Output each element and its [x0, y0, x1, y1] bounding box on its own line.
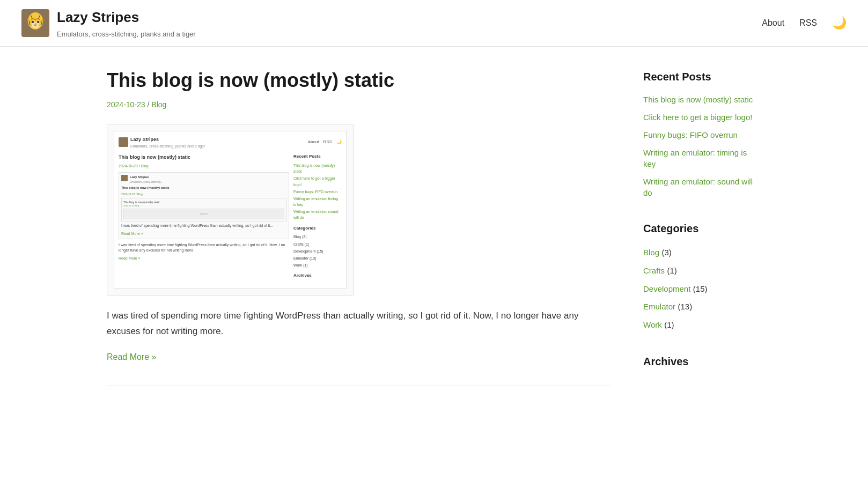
ss-logo-box — [119, 137, 128, 147]
post-category-link[interactable]: Blog — [151, 100, 166, 109]
about-nav-link[interactable]: About — [762, 16, 784, 30]
ss-site-tagline: Emulators, cross-stitching, planks and a… — [130, 143, 205, 149]
ss-categories: Categories Blog (3) Crafts (1) Developme… — [293, 225, 342, 269]
cat-link-crafts[interactable]: Crafts — [643, 266, 665, 275]
archives-heading: Archives — [643, 353, 761, 370]
cat-count-crafts: (1) — [667, 266, 676, 275]
ss-main-col: This blog is now (mostly) static 2024-10… — [119, 153, 289, 284]
ss-archives: Archives — [293, 272, 342, 279]
cat-item-crafts: Crafts (1) — [643, 264, 761, 278]
ss-cat-5: Work (1) — [293, 262, 342, 268]
svg-point-3 — [32, 21, 34, 23]
cat-item-blog: Blog (3) — [643, 246, 761, 260]
ss-cat-1: Blog (3) — [293, 234, 342, 240]
site-title-group: Lazy Stripes Emulators, cross-stitching,… — [57, 6, 196, 40]
ss-sidebar-link-3: Funny bugs: FIFO overrun — [293, 189, 342, 195]
ss-recent-posts: Recent Posts This blog is now (mostly) s… — [293, 153, 342, 220]
post-date: 2024-10-23 — [107, 100, 145, 109]
recent-posts-heading: Recent Posts — [643, 68, 761, 85]
recent-post-5[interactable]: Writing an emulator: sound will do — [643, 176, 761, 198]
cat-count-development: (15) — [693, 284, 708, 293]
ss-body-text: I was tired of spending more time fighti… — [119, 242, 289, 253]
ss-post-meta: 2024-10-23 / Blog — [119, 163, 289, 169]
ss-post-title: This blog is now (mostly) static — [119, 153, 289, 161]
ss-body: This blog is now (mostly) static 2024-10… — [119, 153, 342, 284]
cat-link-emulator[interactable]: Emulator — [643, 302, 675, 311]
site-tagline: Emulators, cross-stitching, planks and a… — [57, 29, 196, 40]
cat-count-work: (1) — [664, 320, 674, 329]
ss-sidebar-link-1: This blog is now (mostly) static — [293, 162, 342, 174]
svg-point-5 — [34, 24, 36, 25]
rss-nav-link[interactable]: RSS — [799, 16, 817, 30]
ss-about: About — [308, 139, 319, 146]
ss-darkmode: 🌙 — [336, 139, 342, 146]
main-content: This blog is now (mostly) static 2024-10… — [107, 68, 611, 407]
ss-nested-readmore: Read More » — [121, 231, 286, 236]
cat-link-development[interactable]: Development — [643, 284, 690, 293]
ss-cat-title: Categories — [293, 225, 342, 232]
sidebar: Recent Posts This blog is now (mostly) s… — [643, 68, 761, 407]
post-meta: 2024-10-23 / Blog — [107, 99, 611, 110]
post-article: This blog is now (mostly) static 2024-10… — [107, 68, 611, 386]
cat-item-work: Work (1) — [643, 318, 761, 332]
sidebar-categories: Categories Blog (3) Crafts (1) Developme… — [643, 220, 761, 331]
ss-sidebar: Recent Posts This blog is now (mostly) s… — [293, 153, 342, 284]
site-logo: Lazy Stripes Emulators, cross-stitching,… — [21, 6, 196, 40]
ss-title-group: Lazy Stripes Emulators, cross-stitching,… — [130, 136, 205, 150]
svg-point-4 — [37, 21, 39, 23]
post-title: This blog is now (mostly) static — [107, 68, 611, 93]
post-screenshot: Lazy Stripes Emulators, cross-stitching,… — [107, 124, 354, 296]
recent-post-1[interactable]: This blog is now (mostly) static — [643, 94, 761, 105]
ss-rss: RSS — [323, 139, 332, 146]
ss-readmore: Read More » — [119, 255, 289, 261]
ss-header: Lazy Stripes Emulators, cross-stitching,… — [119, 136, 342, 150]
sidebar-archives: Archives — [643, 353, 761, 370]
site-header: Lazy Stripes Emulators, cross-stitching,… — [0, 0, 868, 47]
recent-post-4[interactable]: Writing an emulator: timing is key — [643, 147, 761, 169]
page-content: This blog is now (mostly) static 2024-10… — [85, 47, 783, 439]
ss-recent-title: Recent Posts — [293, 153, 342, 160]
ss-site-title: Lazy Stripes — [130, 136, 205, 143]
sidebar-recent-posts: Recent Posts This blog is now (mostly) s… — [643, 68, 761, 198]
recent-post-2[interactable]: Click here to get a bigger logo! — [643, 112, 761, 123]
cat-count-blog: (3) — [661, 248, 671, 257]
ss-logo-row: Lazy Stripes Emulators, cross-stitching,… — [119, 136, 205, 150]
header-nav: About RSS 🌙 — [762, 16, 847, 30]
cat-item-emulator: Emulator (13) — [643, 300, 761, 314]
cat-item-development: Development (15) — [643, 282, 761, 296]
site-title: Lazy Stripes — [57, 6, 196, 29]
cat-count-emulator: (13) — [678, 302, 692, 311]
recent-post-3[interactable]: Funny bugs: FIFO overrun — [643, 129, 761, 141]
ss-sidebar-link-4: Writing an emulator: timing is key — [293, 196, 342, 208]
ss-nav: About RSS 🌙 — [308, 139, 342, 146]
ss-cat-3: Development (15) — [293, 248, 342, 254]
ss-cat-4: Emulator (13) — [293, 255, 342, 261]
post-body-text: I was tired of spending more time fighti… — [107, 308, 611, 339]
ss-nested-text: I was tired of spending more time fighti… — [121, 223, 286, 228]
ss-sidebar-link-5: Writing an emulator: sound will do — [293, 209, 342, 220]
read-more-link[interactable]: Read More » — [107, 352, 157, 361]
cat-link-work[interactable]: Work — [643, 320, 662, 329]
ss-cat-2: Crafts (1) — [293, 241, 342, 247]
ss-archives-title: Archives — [293, 272, 342, 279]
cat-link-blog[interactable]: Blog — [643, 248, 659, 257]
logo-image — [21, 9, 49, 37]
ss-sidebar-link-2: Click here to get a bigger logo! — [293, 175, 342, 187]
ss-nested-preview: Lazy Stripes Emulators, cross-stitching.… — [119, 172, 289, 240]
categories-heading: Categories — [643, 220, 761, 237]
dark-mode-button[interactable]: 🌙 — [832, 16, 847, 30]
screenshot-inner: Lazy Stripes Emulators, cross-stitching,… — [114, 131, 347, 289]
